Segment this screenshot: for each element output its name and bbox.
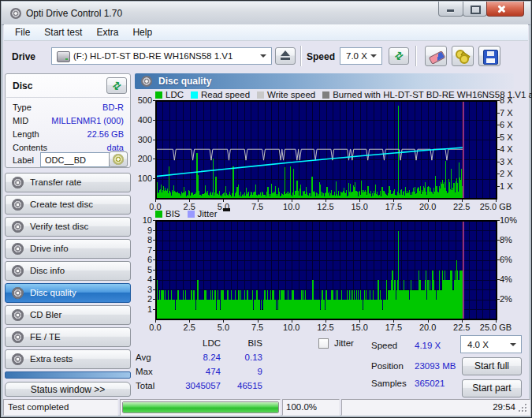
panel-title: Disc quality: [158, 76, 211, 87]
cd-icon: [12, 199, 24, 211]
legend-entry-read-speed: Read speed: [191, 90, 250, 99]
eject-icon: [281, 58, 290, 60]
status-window-button[interactable]: Status window >>: [5, 382, 131, 397]
sidebar-item-drive-info[interactable]: Drive info: [5, 239, 131, 259]
sidebar-item-fe-te[interactable]: FE / TE: [5, 327, 131, 347]
license-button[interactable]: [452, 46, 474, 66]
x-axis-tick-label: 2.5: [172, 202, 206, 211]
axis-tick: [153, 299, 156, 300]
read-label-button[interactable]: [109, 151, 128, 167]
panel-header: Disc quality: [135, 73, 514, 89]
disc-prop-label: Type: [13, 103, 32, 112]
sidebar-navigation: Transfer rateCreate test discVerify test…: [5, 173, 131, 371]
cd-icon: [12, 287, 24, 299]
minimize-button[interactable]: [438, 2, 463, 17]
axis-tick: [153, 230, 156, 231]
legend-swatch: [155, 91, 162, 99]
x-axis-tick-label: 0.0: [138, 202, 173, 211]
save-icon: [483, 50, 498, 65]
menu-bar: FileStart testExtraHelp: [4, 24, 528, 41]
sidebar-item-label: Drive info: [30, 244, 69, 253]
erase-disc-button[interactable]: [425, 46, 447, 66]
axis-tick: [153, 270, 156, 271]
sidebar-accent-strip: [5, 371, 131, 379]
refresh-disc-button[interactable]: ⇄: [106, 77, 127, 94]
disc-prop-label: Length: [13, 129, 39, 139]
sidebar-item-verify-test-disc[interactable]: Verify test disc: [5, 217, 131, 237]
y-axis-right-tick-label: 1 X: [500, 181, 526, 191]
minimize-icon: [447, 9, 454, 12]
drive-select[interactable]: (F:) HL-DT-ST BD-RE WH16NS58 1.V1: [51, 47, 272, 65]
disc-prop-type: TypeBD-R: [13, 100, 124, 114]
sidebar-item-extra-tests[interactable]: Extra tests: [5, 349, 131, 369]
close-button[interactable]: [486, 2, 524, 17]
disc-prop-value: 22.56 GB: [87, 129, 124, 139]
samples-stat-label: Samples: [371, 379, 407, 388]
stat-total-bis: 46515: [207, 381, 262, 390]
divider: [6, 97, 129, 98]
disc-label-input[interactable]: ODC__BD: [40, 152, 110, 167]
refresh-icon: ⇄: [105, 74, 129, 98]
y-axis-tick-label: 8: [135, 235, 152, 244]
drive-label: Drive: [12, 51, 35, 62]
axis-tick: [153, 120, 156, 121]
speed-select[interactable]: 7.0 X: [340, 47, 382, 65]
save-button[interactable]: [478, 46, 500, 66]
legend-entry-write-speed: Write speed: [257, 90, 315, 99]
jitter-checkbox[interactable]: [318, 338, 329, 349]
chevron-down-icon: [510, 343, 516, 349]
disc-prop-value: MILLENMR1 (000): [51, 116, 124, 125]
x-axis-tick-label: 7.5: [240, 202, 275, 211]
menu-item-extra[interactable]: Extra: [89, 24, 125, 41]
sidebar-item-label: CD Bler: [30, 310, 61, 319]
sidebar-item-cd-bler[interactable]: CD Bler: [5, 305, 131, 325]
drive-icon: [57, 51, 70, 62]
stat-max-bis: 9: [207, 367, 262, 376]
disc-quality-icon: [141, 76, 152, 87]
stat-col-ldc: LDC: [173, 338, 221, 348]
legend-label: LDC: [166, 90, 184, 99]
start-part-button[interactable]: Start part: [462, 379, 522, 397]
label-caption: Label: [13, 155, 34, 165]
speed-select-value: 7.0 X: [346, 51, 367, 61]
start-full-button[interactable]: Start full: [462, 357, 522, 375]
axis-tick: [153, 289, 156, 290]
y-axis-right-tick-label: 3 X: [500, 157, 526, 166]
x-axis-tick-label: 25.0 GB: [478, 202, 513, 211]
y-axis-tick-label: 4: [135, 274, 152, 284]
menu-item-help[interactable]: Help: [125, 24, 159, 41]
ldc-chart: 1002003004005001 X2 X3 X4 X5 X6 X7 X8 X0…: [135, 100, 526, 212]
refresh-icon: ⇄: [387, 44, 411, 68]
eject-button[interactable]: [275, 47, 296, 65]
axis-tick: [497, 137, 500, 138]
x-axis-tick-label: 20.0: [411, 202, 445, 211]
cd-icon: [113, 154, 124, 165]
stat-col-bis: BIS: [215, 338, 262, 348]
test-speed-value: 4.0 X: [467, 340, 489, 349]
legend-label: Read speed: [201, 90, 250, 99]
chevron-down-icon: [370, 54, 377, 61]
sidebar-item-disc-info[interactable]: Disc info: [5, 261, 131, 281]
y-axis-right-tick-label: 2%: [500, 294, 526, 304]
legend-swatch: [191, 91, 198, 99]
cd-icon: [12, 331, 24, 343]
maximize-button[interactable]: [463, 2, 487, 17]
y-axis-tick-label: 3: [135, 285, 152, 294]
refresh-speed-button[interactable]: ⇄: [389, 47, 409, 65]
sidebar-item-disc-quality[interactable]: Disc quality: [5, 283, 131, 303]
axis-tick: [497, 100, 500, 101]
x-axis-tick-label: 22.5: [445, 202, 479, 211]
sidebar-item-transfer-rate[interactable]: Transfer rate: [5, 173, 131, 192]
y-axis-right-tick-label: 6 X: [500, 120, 526, 129]
ldc-plot: [155, 100, 497, 200]
app-window: Opti Drive Control 1.70 FileStart testEx…: [0, 0, 532, 418]
sidebar-item-create-test-disc[interactable]: Create test disc: [5, 195, 131, 215]
menu-item-start-test[interactable]: Start test: [37, 24, 89, 41]
x-axis-tick-label: 0.0: [138, 323, 173, 332]
axis-tick: [497, 149, 500, 150]
resize-grip[interactable]: [519, 404, 526, 412]
menu-item-file[interactable]: File: [8, 24, 37, 41]
disc-prop-label: MID: [13, 116, 28, 125]
legend-swatch: [322, 91, 329, 99]
test-speed-select[interactable]: 4.0 X: [460, 335, 522, 353]
